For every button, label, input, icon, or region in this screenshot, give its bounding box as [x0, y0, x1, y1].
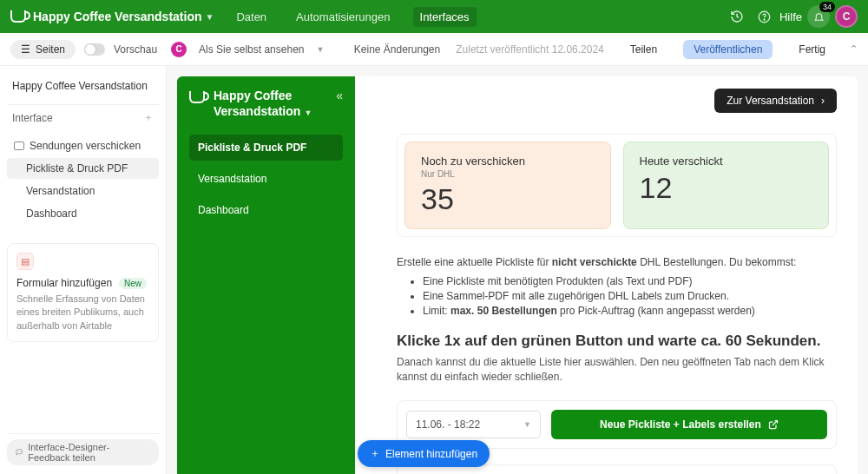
svg-point-1 — [764, 19, 765, 20]
card-value: 12 — [640, 171, 813, 205]
sidebar-item-versandstation[interactable]: Versandstation — [7, 181, 159, 201]
nav-item-versandstation[interactable]: Versandstation — [189, 166, 343, 192]
list-item: Eine Sammel-PDF mit alle zugehörigen DHL… — [423, 290, 837, 302]
done-button[interactable]: Fertig — [788, 40, 836, 59]
picklist-select[interactable]: 11.06. - 18:22 ▼ — [406, 411, 541, 438]
description-text: Erstelle eine aktuelle Pickliste für nic… — [397, 254, 837, 270]
add-element-button[interactable]: ＋ Element hinzufügen — [358, 440, 490, 467]
card-pending: Noch zu verschicken Nur DHL 35 — [404, 142, 611, 229]
preview-label: Vorschau — [114, 43, 157, 56]
collapse-sidebar-icon[interactable]: « — [336, 89, 343, 102]
promo-description: Schnelle Erfassung von Daten eines breit… — [16, 293, 149, 332]
instruction-sub: Danach kannst du die aktuelle Liste hier… — [397, 355, 837, 385]
tab-daten[interactable]: Daten — [229, 7, 273, 27]
pages-button[interactable]: ☰ Seiten — [10, 40, 76, 59]
sidebar-item-pickliste[interactable]: Pickliste & Druck PDF — [7, 158, 159, 179]
form-icon: ▤ — [16, 253, 34, 270]
create-picklist-button[interactable]: Neue Pickliste + Labels erstellen — [551, 410, 827, 439]
tab-automatisierungen[interactable]: Automatisierungen — [289, 7, 397, 27]
box-icon — [14, 142, 24, 150]
view-as-self[interactable]: Als Sie selbst ansehen — [199, 43, 304, 56]
feature-list: Eine Pickliste mit benötigten Produkten … — [423, 275, 837, 317]
interface-title[interactable]: Happy Coffee Versandstation▼ — [214, 89, 327, 119]
sidebar-item-dashboard[interactable]: Dashboard — [7, 203, 159, 224]
instruction-heading: Klicke 1x auf den grünen Button und wart… — [397, 332, 837, 350]
section-title: Interface — [12, 112, 53, 124]
help-icon[interactable] — [753, 5, 776, 28]
chevron-down-icon[interactable]: ▼ — [316, 45, 324, 54]
chevron-right-icon: › — [821, 95, 825, 107]
feedback-button[interactable]: Interface-Designer-Feedback teilen — [7, 439, 159, 465]
to-station-button[interactable]: Zur Versandstation › — [714, 89, 837, 113]
tab-interfaces[interactable]: Interfaces — [413, 7, 477, 27]
chevron-up-icon[interactable]: ⌃ — [850, 43, 858, 55]
nav-item-pickliste[interactable]: Pickliste & Druck PDF — [189, 135, 343, 161]
app-logo-icon — [10, 10, 26, 23]
last-published: Zuletzt veröffentlicht 12.06.2024 — [456, 43, 604, 56]
card-label: Noch zu verschicken — [421, 155, 595, 168]
chevron-down-icon[interactable]: ▼ — [206, 12, 214, 22]
list-item: Limit: max. 50 Bestellungen pro Pick-Auf… — [423, 305, 837, 317]
chevron-down-icon: ▼ — [523, 420, 531, 429]
card-label: Heute verschickt — [640, 155, 813, 168]
external-link-icon — [768, 419, 779, 430]
user-avatar[interactable]: C — [835, 5, 858, 28]
promo-title: Formular hinzufügen — [16, 277, 112, 289]
app-title[interactable]: Happy Coffee Versandstation — [33, 10, 202, 23]
new-badge: New — [119, 278, 147, 289]
share-button[interactable]: Teilen — [620, 40, 667, 59]
card-sublabel: Nur DHL — [421, 169, 595, 179]
history-icon[interactable] — [726, 5, 748, 28]
changes-status: Keine Änderungen — [354, 43, 440, 56]
plus-icon: ＋ — [370, 446, 380, 461]
list-item: Eine Pickliste mit benötigten Produkten … — [423, 275, 837, 287]
chevron-down-icon: ▼ — [304, 109, 312, 117]
sidebar-group-sendungen[interactable]: Sendungen verschicken — [7, 135, 159, 156]
card-value: 35 — [421, 182, 595, 216]
notifications-button[interactable]: 34 — [807, 5, 830, 28]
publish-button[interactable]: Veröffentlichen — [683, 40, 773, 59]
help-label[interactable]: Hilfe — [779, 10, 802, 23]
card-shipped-today: Heute verschickt 12 — [623, 142, 830, 229]
nav-item-dashboard[interactable]: Dashboard — [189, 197, 343, 223]
breadcrumb[interactable]: Happy Coffee Versandstation — [7, 75, 159, 101]
notification-badge: 34 — [819, 2, 835, 12]
svg-line-2 — [773, 420, 778, 425]
form-promo-card[interactable]: ▤ Formular hinzufügen New Schnelle Erfas… — [7, 243, 159, 342]
add-interface-button[interactable]: ＋ — [143, 110, 154, 125]
viewer-avatar: C — [171, 42, 187, 57]
app-logo-icon — [189, 91, 205, 103]
preview-toggle[interactable] — [84, 43, 105, 56]
